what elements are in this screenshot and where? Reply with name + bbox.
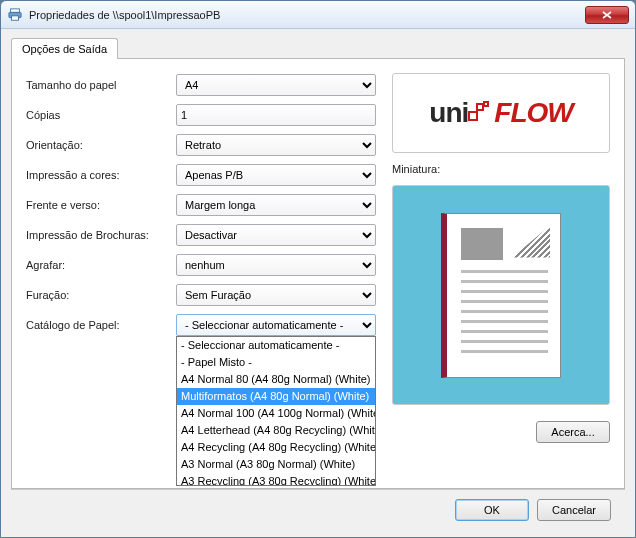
orientation-select[interactable]: Retrato	[176, 134, 376, 156]
preview-line	[461, 330, 548, 333]
preview-box	[392, 185, 610, 405]
titlebar[interactable]: Propriedades de \\spool1\ImpressaoPB	[1, 1, 635, 29]
logo-box: uni FLOW	[392, 73, 610, 153]
window-title: Propriedades de \\spool1\ImpressaoPB	[29, 9, 585, 21]
label-copies: Cópias	[26, 109, 176, 121]
preview-page	[441, 213, 561, 378]
cancel-button[interactable]: Cancelar	[537, 499, 611, 521]
label-miniature: Miniatura:	[392, 163, 610, 175]
label-staple: Agrafar:	[26, 259, 176, 271]
staple-select[interactable]: nenhum	[176, 254, 376, 276]
label-paper-size: Tamanho do papel	[26, 79, 176, 91]
printer-icon	[7, 7, 23, 23]
label-duplex: Frente e verso:	[26, 199, 176, 211]
right-column: uni FLOW Miniatura:	[392, 73, 610, 474]
logo-squares-icon	[468, 101, 490, 129]
label-catalog: Catálogo de Papel:	[26, 319, 176, 331]
copies-input[interactable]	[176, 104, 376, 126]
catalog-option[interactable]: - Papel Misto -	[177, 354, 375, 371]
uniflow-logo: uni FLOW	[429, 97, 572, 129]
catalog-option[interactable]: A4 Recycling (A4 80g Recycling) (White)	[177, 439, 375, 456]
tab-body: Tamanho do papel A4 Cópias Orientação: R…	[11, 58, 625, 489]
svg-rect-2	[12, 15, 19, 19]
preview-line	[461, 340, 548, 343]
settings-column: Tamanho do papel A4 Cópias Orientação: R…	[26, 73, 376, 474]
logo-uni: uni	[429, 97, 468, 129]
catalog-option[interactable]: Multiformatos (A4 80g Normal) (White)	[177, 388, 375, 405]
preview-line	[461, 350, 548, 353]
label-orientation: Orientação:	[26, 139, 176, 151]
dialog-window: Propriedades de \\spool1\ImpressaoPB Opç…	[0, 0, 636, 538]
paper-catalog-select[interactable]: - Seleccionar automaticamente -	[176, 314, 376, 336]
paper-size-select[interactable]: A4	[176, 74, 376, 96]
dialog-footer: OK Cancelar	[11, 489, 625, 529]
catalog-option[interactable]: A3 Normal (A3 80g Normal) (White)	[177, 456, 375, 473]
close-icon	[602, 11, 612, 19]
preview-image-icon	[461, 228, 503, 260]
close-button[interactable]	[585, 6, 629, 24]
preview-line	[461, 280, 548, 283]
preview-line	[461, 310, 548, 313]
tabstrip: Opções de Saída	[11, 38, 625, 59]
client-area: Opções de Saída Tamanho do papel A4 Cópi…	[1, 29, 635, 537]
ok-button[interactable]: OK	[455, 499, 529, 521]
svg-rect-0	[11, 8, 20, 12]
about-button[interactable]: Acerca...	[536, 421, 610, 443]
preview-line	[461, 320, 548, 323]
label-punch: Furação:	[26, 289, 176, 301]
duplex-select[interactable]: Margem longa	[176, 194, 376, 216]
paper-catalog-dropdown[interactable]: - Seleccionar automaticamente -- Papel M…	[176, 336, 376, 486]
color-select[interactable]: Apenas P/B	[176, 164, 376, 186]
catalog-option[interactable]: A4 Normal 100 (A4 100g Normal) (White)	[177, 405, 375, 422]
booklet-select[interactable]: Desactivar	[176, 224, 376, 246]
tab-output-options[interactable]: Opções de Saída	[11, 38, 118, 59]
logo-flow: FLOW	[494, 97, 572, 129]
catalog-option[interactable]: - Seleccionar automaticamente -	[177, 337, 375, 354]
preview-line	[461, 270, 548, 273]
preview-line	[461, 300, 548, 303]
punch-select[interactable]: Sem Furação	[176, 284, 376, 306]
preview-chart-icon	[512, 226, 550, 258]
preview-line	[461, 290, 548, 293]
catalog-option[interactable]: A4 Normal 80 (A4 80g Normal) (White)	[177, 371, 375, 388]
catalog-option[interactable]: A3 Recycling (A3 80g Recycling) (White)	[177, 473, 375, 486]
label-color: Impressão a cores:	[26, 169, 176, 181]
label-booklet: Impressão de Brochuras:	[26, 229, 176, 241]
catalog-option[interactable]: A4 Letterhead (A4 80g Recycling) (White)	[177, 422, 375, 439]
